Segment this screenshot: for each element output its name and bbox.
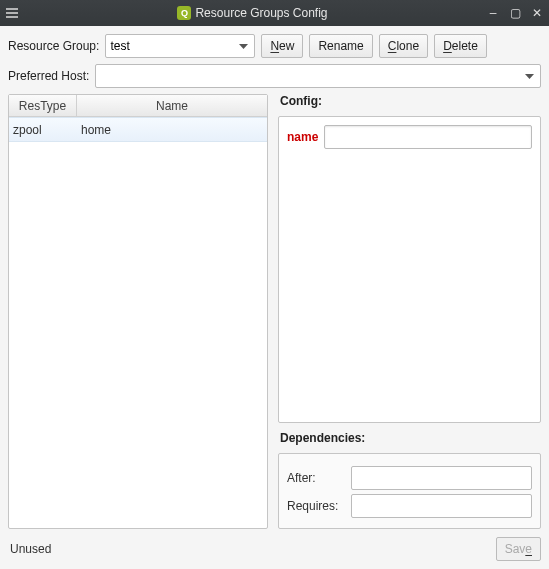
config-title: Config: <box>278 94 541 108</box>
resource-table: ResType Name zpool home <box>8 94 268 529</box>
save-button: Save <box>496 537 541 561</box>
resource-group-select[interactable]: test <box>105 34 255 58</box>
status-text: Unused <box>8 542 51 556</box>
dependencies-title: Dependencies: <box>278 431 541 445</box>
maximize-button[interactable]: ▢ <box>507 5 523 21</box>
window-menu-icon[interactable] <box>4 5 20 21</box>
after-label: After: <box>287 471 345 485</box>
after-input[interactable] <box>351 466 532 490</box>
config-panel: name <box>278 116 541 423</box>
dependencies-panel: After: Requires: <box>278 453 541 529</box>
new-button[interactable]: New <box>261 34 303 58</box>
config-name-input[interactable] <box>324 125 532 149</box>
table-row[interactable]: zpool home <box>9 117 267 142</box>
preferred-host-select[interactable] <box>95 64 541 88</box>
app-icon: Q <box>177 6 191 20</box>
requires-input[interactable] <box>351 494 532 518</box>
close-button[interactable]: ✕ <box>529 5 545 21</box>
rename-button[interactable]: Rename <box>309 34 372 58</box>
cell-restype: zpool <box>9 118 77 141</box>
resource-group-label: Resource Group: <box>8 39 99 53</box>
cell-name: home <box>77 118 267 141</box>
col-restype[interactable]: ResType <box>9 95 77 116</box>
delete-button[interactable]: Delete <box>434 34 487 58</box>
config-name-label: name <box>287 130 318 144</box>
requires-label: Requires: <box>287 499 345 513</box>
col-name[interactable]: Name <box>77 95 267 116</box>
window-title-text: Resource Groups Config <box>195 6 327 20</box>
clone-button[interactable]: Clone <box>379 34 428 58</box>
preferred-host-label: Preferred Host: <box>8 69 89 83</box>
window-title: Q Resource Groups Config <box>20 6 485 20</box>
minimize-button[interactable]: – <box>485 5 501 21</box>
